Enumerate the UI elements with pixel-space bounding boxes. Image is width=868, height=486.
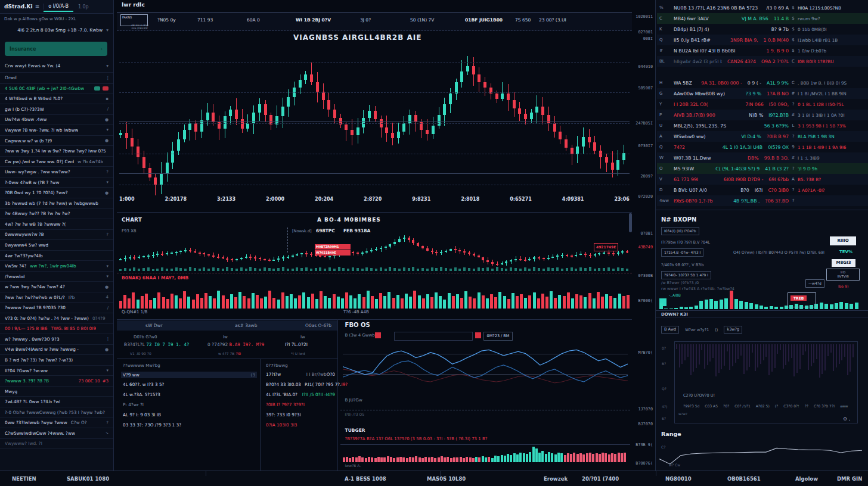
filter-chip[interactable]: 1?1b4.B -0?w- 4?(3 I: [661, 248, 703, 257]
sidebar-item[interactable]: 0wwwwyww?w ?B?: [0, 230, 113, 241]
stats-row[interactable]: V?9 ww(3: [121, 372, 257, 378]
mini-candlestick-chart[interactable]: [119, 235, 630, 269]
detail-chart-frame[interactable]: C2?0 U?OV?0 U! ?99?3 5dC03 A5?0?C0? /!/?…: [674, 341, 858, 423]
sidebar-item[interactable]: Mwyg: [0, 387, 113, 397]
sidebar-item[interactable]: ?-0ww 4?wB w (?B ? ?ww▾: [0, 177, 113, 188]
stats-row[interactable]: 03 33 3?: 73O /?9 3?3 1 3?: [123, 422, 255, 428]
quote-row[interactable]: CMB4) 6wr 3ALVVJ M A. B5611.4 B$rwum 9w?: [657, 13, 868, 24]
quote-row[interactable]: %NU0B 13 /7?L A16 23N6 0B BA 5?23/I3 0 6…: [657, 2, 868, 13]
sidebar-item[interactable]: ?0B 0wd wy 1 ?0 ?0?4) ?ww?●: [0, 188, 113, 198]
stats-row[interactable]: 4L w.?3A. 5?15?3: [123, 392, 255, 397]
range-line-chart[interactable]: [659, 439, 862, 468]
volume-histogram[interactable]: [119, 286, 630, 309]
quote-row[interactable]: AWSwbw0 ww)VI D:4 %?0IB B 97?BI.A ?5B 1 …: [657, 131, 868, 142]
stats-row[interactable]: AL 9? I: 9 03 3I IB: [123, 412, 255, 418]
status-bar-item[interactable]: Erowzek: [544, 476, 568, 482]
sidebar-item[interactable]: 4w? ?w ?w wB ?B ?wwww ?(: [0, 219, 113, 230]
quote-row[interactable]: KDB4p) B1 J7J 4)B? 9 7b$0 1bb 0MB(0I: [657, 24, 868, 35]
gear-icon[interactable]: ⚙ ,: [843, 416, 850, 422]
quote-row[interactable]: QII5 0.Iy B41 rB#3N9R BIA 9,1 0.B M(40$I…: [657, 35, 868, 45]
outline-chip[interactable]: —w4?d: [805, 279, 824, 288]
sidebar-item[interactable]: 0ww ?3?IwIwwb ?wyw ?wwwC?w O??: [0, 418, 113, 429]
status-bar-item[interactable]: SABUK01 1080: [67, 476, 109, 482]
osc-input-field[interactable]: [394, 332, 473, 341]
status-bar-item[interactable]: NEETIEN: [12, 476, 36, 482]
mode-chip[interactable]: 0M?23 / BM: [483, 332, 513, 341]
sidebar-item[interactable]: 00 I 9/L— 1?5 B IB6 TWG. BI 85 0 B0I 0I9: [0, 324, 113, 335]
tab-zoom[interactable]: 1.0p: [73, 2, 94, 11]
status-bar-item[interactable]: NG80010: [665, 476, 692, 482]
status-bar-item[interactable]: OB0B16561: [727, 476, 761, 482]
sidebar-item[interactable]: Cwpww.w w? w (b ?)9●: [0, 136, 113, 147]
sidebar-item[interactable]: 0wywww4 5w? wwd: [0, 240, 113, 251]
sidebar-item[interactable]: II?04 ?Gww? ?w-ww▾: [0, 366, 113, 376]
quote-row[interactable]: HWA 5BZ9A 31. 0B0) 000 -0 9 ( -A1L 9 9%C…: [657, 77, 868, 88]
sidebar-item[interactable]: Cw pw)./wd w ?ww ww. 0?) Cwdw ?b 4w?4b: [0, 157, 113, 167]
sidebar-item[interactable]: w ?ww 3wy ?w?4w ?ww? 4?●: [0, 282, 113, 292]
sidebar-row-filter[interactable]: Crw wwyt Ewws w Yw. (4 ▾: [0, 60, 113, 73]
oscillator-histogram[interactable]: [343, 447, 628, 462]
sidebar-item[interactable]: Uw?4w 4bww .4ww●: [0, 115, 113, 126]
red-checkbox-icon[interactable]: [375, 332, 381, 338]
quote-row[interactable]: YI I 20B 32L C0(7IN 066I50 09O,?0 1 BL 1…: [657, 99, 868, 110]
stats-row[interactable]: 0?IA 103I0 3I3: [266, 422, 335, 428]
sidebar-item[interactable]: ?ww w 3wy 1.?4 Iw w 9w? ?bww ?wy? Iww 0?…: [0, 146, 113, 157]
stats-row[interactable]: ?0IB I? ?9?7 3?9?I: [266, 402, 335, 407]
tab-active[interactable]: o I/0/A-B: [44, 1, 73, 12]
sidebar-item[interactable]: ?wwww ?wwd ?B 9?035 ?30/: [0, 303, 113, 313]
sidebar-item[interactable]: 7wL4B? ?L 0ww 1?ILb ?wI: [0, 397, 113, 407]
toolbar-chip[interactable]: B Awd: [661, 326, 679, 334]
quote-row[interactable]: DB BVI: U0? A/0B?0I6?IC?0 3IB0?1 A0?1A -…: [657, 185, 868, 195]
oscillator-line-chart[interactable]: [343, 343, 628, 395]
quote-row[interactable]: Q74?24L 1 I0 1A.3I U4B0I5?9 OX91 1 1B 1 …: [657, 142, 868, 152]
sidebar-item[interactable]: B ? wd ?w? ?3) ?w ?ww? ?-w?3): [0, 355, 113, 366]
stats-row[interactable]: 17?I?wI I Br/?wbO?0: [266, 372, 335, 377]
sidebar-item[interactable]: w? ?wwwy . 0ww?3O 9?3¦: [0, 334, 113, 345]
sidebar-item[interactable]: ?wwww 3. ?9? ?B ?B73 00C 10#3: [0, 376, 113, 387]
menu-icon[interactable]: ≡: [35, 4, 44, 10]
sidebar-item[interactable]: gw I (b C?)-?3?3W/: [0, 104, 113, 115]
filter-chip[interactable]: ?9?4I0- 10?37 5B 1 4?9 I: [661, 271, 711, 279]
stats-row[interactable]: 4L 60??. w I?3 3 5?: [123, 382, 255, 387]
stats-row[interactable]: B?0?4 33 3I0.03P.I1( 70I? ?95 7?.I9?: [266, 382, 335, 387]
stats-row[interactable]: 4L I?3L 'BIA.0?I?II /5 0?II -I4?9: [266, 392, 335, 397]
sidebar-item[interactable]: ?w 4Bwwy ?w?? ?B ?w ?w ?w?: [0, 209, 113, 220]
value-box[interactable]: M8GI3: [832, 259, 855, 267]
sidebar-item[interactable]: Vwywww? Iwd. ?I: [0, 439, 113, 449]
insurance-pill-button[interactable]: Insurance ›: [5, 42, 107, 56]
quote-row[interactable]: BLhIIgwbr 4w2 I3 pr5I bwr L4rCAN26 43?4O…: [657, 56, 868, 67]
status-bar-item[interactable]: A-1 BESS 1008: [345, 476, 386, 482]
sidebar-item[interactable]: V4w Bww?4IAwrd w ?ww ?wwwg -●: [0, 345, 113, 356]
quote-row[interactable]: WW0?.3B 1L.DwwDB%99.B B 3O.#I 1 :L 3IB9: [657, 152, 868, 163]
status-bar-item[interactable]: 20/?01 (7400: [582, 476, 619, 482]
sidebar-item[interactable]: Vw5w ?4? ww ?w?, 1wIr pw04Ib▾: [0, 261, 113, 272]
sidebar-item[interactable]: V?3 0: ?w 0?4) ?w?w . ?4 ?ww - ?www)0?4?…: [0, 313, 113, 324]
alert-badge[interactable]: TREB: [790, 295, 807, 301]
quote-row[interactable]: 4wwI9bS-0B?0 1,?-?b4B 9?L.BB .?06 3?.BD?: [657, 195, 868, 206]
chevron-down-icon[interactable]: ▾: [106, 27, 108, 33]
sidebar-row-orders[interactable]: Orwd ¦: [0, 72, 113, 84]
value-box[interactable]: RIIIO: [830, 236, 856, 245]
candlestick-chart[interactable]: [119, 52, 630, 195]
sidebar-item[interactable]: Vwyww ?B ww- ?ww. ?I wb Iwbww▾: [0, 125, 113, 136]
status-bar-item[interactable]: DMR GIN: [837, 476, 862, 482]
status-bar-item[interactable]: MAS0S 10L80: [427, 476, 466, 482]
sidebar-item[interactable]: C?w5wwIwdIwCww ?4www. ?ww↘: [0, 428, 113, 439]
sidebar-item[interactable]: 4wr ?w?3?yw?4Ib: [0, 251, 113, 261]
filter-chip[interactable]: I0?4(I) (I0) I?O4?b: [661, 227, 699, 235]
sidebar-item[interactable]: 3b ?wwwd wb (7 ?d ?w ?ww) w ?wbgwwwb: [0, 198, 113, 209]
quote-row[interactable]: UMBL2J5), 195L.23S. 7S56 3 6?9%L3 1 953 …: [657, 120, 868, 131]
sidebar-item[interactable]: ?ww ?wr ?w??w?wb w 0?L/?I?b4: [0, 292, 113, 303]
depth-histogram[interactable]: [659, 288, 860, 309]
quote-row[interactable]: PAIVB 3B.I7(B) 900N)B %I9?2.B?B#3 1 BI 1…: [657, 110, 868, 120]
sidebar-item[interactable]: 4 W?4bwd w B W4wd ?L0?▪: [0, 94, 113, 105]
quote-row[interactable]: V61 ?71 99I6I0B I90B D?D9 -69I 6?bbAB5. …: [657, 174, 868, 185]
sidebar-item[interactable]: /?wwwbd▾: [0, 272, 113, 282]
stats-row[interactable]: P- 4?wr ?I: [123, 402, 255, 407]
sidebar-item[interactable]: 4 5U6 0C 43IF (wb + jw? 2I0-4Gwbw: [0, 83, 113, 94]
sidebar-item[interactable]: ?-0 Ob?w ?wwwCwwwg (?wb ?53 I ?wyw ?wb? …: [0, 407, 113, 418]
red-checkbox-icon[interactable]: [475, 332, 481, 338]
scrollbar-thumb[interactable]: [629, 213, 632, 232]
quote-row[interactable]: GAAw00w MbwB0B wy)?3 9 %1?A B NO#I 1 BI …: [657, 88, 868, 99]
quote-row[interactable]: OM5 93IWC( (9L 1-4G3I 5?) 941 B (3 2??'/…: [657, 163, 868, 174]
